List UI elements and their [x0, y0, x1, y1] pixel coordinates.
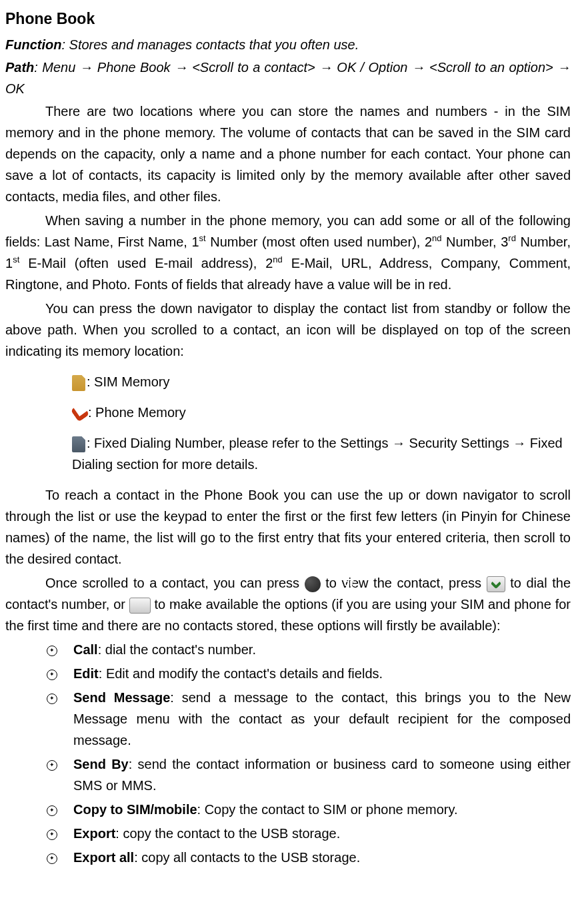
list-item: Copy to SIM/mobile: Copy the contact to … [5, 799, 571, 820]
option-button-icon [129, 598, 151, 614]
bullet-icon [5, 639, 73, 660]
bullet-icon [5, 663, 73, 684]
ok-button-icon: OK [305, 576, 321, 592]
bullet-icon [5, 753, 73, 796]
page-title: Phone Book [5, 7, 571, 31]
bullet-text: Call: dial the contact's number. [73, 639, 571, 660]
list-item: Export: copy the contact to the USB stor… [5, 823, 571, 844]
bullet-icon [5, 823, 73, 844]
list-item: Call: dial the contact's number. [5, 639, 571, 660]
phone-memory-text: : Phone Memory [88, 405, 186, 420]
fixed-dialing-icon [72, 436, 85, 452]
function-text: : Stores and manages contacts that you o… [61, 37, 359, 52]
paragraph-1: There are two locations where you can st… [5, 101, 571, 207]
function-line: Function: Stores and manages contacts th… [5, 34, 571, 55]
icon-fixed-dialing-line: : Fixed Dialing Number, please refer to … [72, 432, 571, 475]
bullet-icon [5, 799, 73, 820]
paragraph-2: When saving a number in the phone memory… [5, 210, 571, 295]
bullet-text: Send By: send the contact information or… [73, 753, 571, 796]
list-item: Edit: Edit and modify the contact's deta… [5, 663, 571, 684]
paragraph-5: Once scrolled to a contact, you can pres… [5, 572, 571, 636]
path-line: Path: Menu → Phone Book → <Scroll to a c… [5, 57, 571, 99]
call-button-icon [487, 576, 505, 592]
fixed-dialing-text: : Fixed Dialing Number, please refer to … [72, 436, 563, 472]
path-label: Path [5, 60, 34, 75]
icon-sim-memory-line: : SIM Memory [72, 371, 571, 392]
function-label: Function [5, 37, 61, 52]
bullet-text: Copy to SIM/mobile: Copy the contact to … [73, 799, 571, 820]
list-item: Send Message: send a message to the cont… [5, 687, 571, 751]
bullet-text: Edit: Edit and modify the contact's deta… [73, 663, 571, 684]
bullet-text: Export all: copy all contacts to the USB… [73, 847, 571, 868]
phone-handset-icon [72, 405, 87, 422]
bullet-text: Send Message: send a message to the cont… [73, 687, 571, 751]
paragraph-3: You can press the down navigator to disp… [5, 298, 571, 362]
list-item: Export all: copy all contacts to the USB… [5, 847, 571, 868]
bullet-text: Export: copy the contact to the USB stor… [73, 823, 571, 844]
path-text: : Menu → Phone Book → <Scroll to a conta… [5, 60, 571, 96]
options-list: Call: dial the contact's number.Edit: Ed… [5, 639, 571, 868]
icon-phone-memory-line: : Phone Memory [72, 402, 571, 423]
sim-memory-text: : SIM Memory [87, 374, 169, 389]
bullet-icon [5, 847, 73, 868]
paragraph-4: To reach a contact in the Phone Book you… [5, 484, 571, 570]
bullet-icon [5, 687, 73, 751]
list-item: Send By: send the contact information or… [5, 753, 571, 796]
sim-card-icon [72, 375, 85, 391]
